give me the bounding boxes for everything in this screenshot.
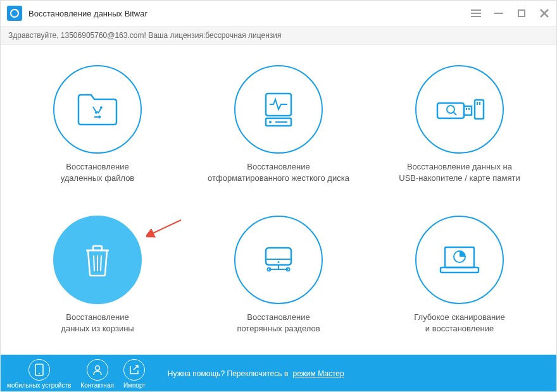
hdd-pulse-icon xyxy=(234,65,323,154)
greeting-text: Здравствуйте, 13506905760@163.com! Ваша … xyxy=(8,31,282,40)
titlebar: Восстановление данных Bitwar xyxy=(1,1,556,26)
footer-label: Импорт xyxy=(123,382,146,389)
svg-rect-31 xyxy=(441,267,479,273)
option-usb-card[interactable]: Восстановление данных на USB-накопителе … xyxy=(382,65,537,184)
main-area: Восстановление удаленных файлов Восстано… xyxy=(1,45,556,355)
app-title: Восстановление данных Bitwar xyxy=(28,9,470,18)
svg-point-25 xyxy=(278,261,280,263)
footer-help: Нужна помощь? Переключитесь в режим Маст… xyxy=(168,369,344,378)
close-button[interactable] xyxy=(539,8,550,19)
option-label: Восстановление данных на USB-накопителе … xyxy=(399,161,520,184)
option-formatted-disk[interactable]: Восстановление отформатированного жестко… xyxy=(201,65,356,184)
footer-import-button[interactable]: Импорт xyxy=(123,359,146,389)
maximize-button[interactable] xyxy=(516,8,527,19)
svg-point-10 xyxy=(269,121,272,123)
svg-rect-30 xyxy=(445,247,474,267)
footer-contact-button[interactable]: Контактная xyxy=(80,359,114,389)
option-label: Глубокое сканирование и восстановление xyxy=(414,312,504,334)
options-grid: Восстановление удаленных файлов Восстано… xyxy=(20,65,537,335)
option-recycle-bin[interactable]: Восстановление данных из корзины xyxy=(20,216,175,334)
footer-help-link[interactable]: режим Мастер xyxy=(293,369,344,378)
svg-point-35 xyxy=(39,373,40,374)
option-deep-scan[interactable]: Глубокое сканирование и восстановление xyxy=(382,216,537,334)
person-icon xyxy=(87,359,108,381)
svg-rect-15 xyxy=(464,106,472,115)
window-controls xyxy=(470,8,550,19)
app-icon xyxy=(7,6,22,21)
option-lost-partitions[interactable]: Восстановление потерянных разделов xyxy=(201,216,356,334)
minimize-button[interactable] xyxy=(493,8,504,19)
svg-rect-5 xyxy=(518,10,525,16)
option-label: Восстановление потерянных разделов xyxy=(237,312,320,334)
footer-help-text: Нужна помощь? Переключитесь в xyxy=(168,369,288,378)
svg-rect-20 xyxy=(479,102,480,105)
option-label: Восстановление отформатированного жестко… xyxy=(208,161,349,184)
svg-line-21 xyxy=(94,255,94,271)
drive-network-icon xyxy=(234,216,323,304)
footer-label: Контактная xyxy=(80,382,114,389)
footer-label: мобильных устройств xyxy=(7,382,71,389)
footer-bar: мобильных устройств Контактная Импорт Ну… xyxy=(1,355,556,392)
mobile-icon xyxy=(28,359,50,381)
footer-mobile-button[interactable]: мобильных устройств xyxy=(7,359,71,389)
laptop-scan-icon xyxy=(415,216,504,304)
trash-icon xyxy=(53,216,142,304)
svg-point-36 xyxy=(95,365,99,370)
greeting-bar: Здравствуйте, 13506905760@163.com! Ваша … xyxy=(1,26,556,45)
option-label: Восстановление данных из корзины xyxy=(61,312,134,334)
import-icon xyxy=(123,359,145,381)
option-label: Восстановление удаленных файлов xyxy=(61,161,135,184)
svg-line-14 xyxy=(453,112,456,115)
usb-search-icon xyxy=(415,65,504,154)
svg-rect-19 xyxy=(477,102,478,105)
option-deleted-files[interactable]: Восстановление удаленных файлов xyxy=(20,65,175,184)
svg-line-23 xyxy=(101,255,101,271)
folder-recycle-icon xyxy=(53,65,142,154)
menu-button[interactable] xyxy=(470,8,482,19)
